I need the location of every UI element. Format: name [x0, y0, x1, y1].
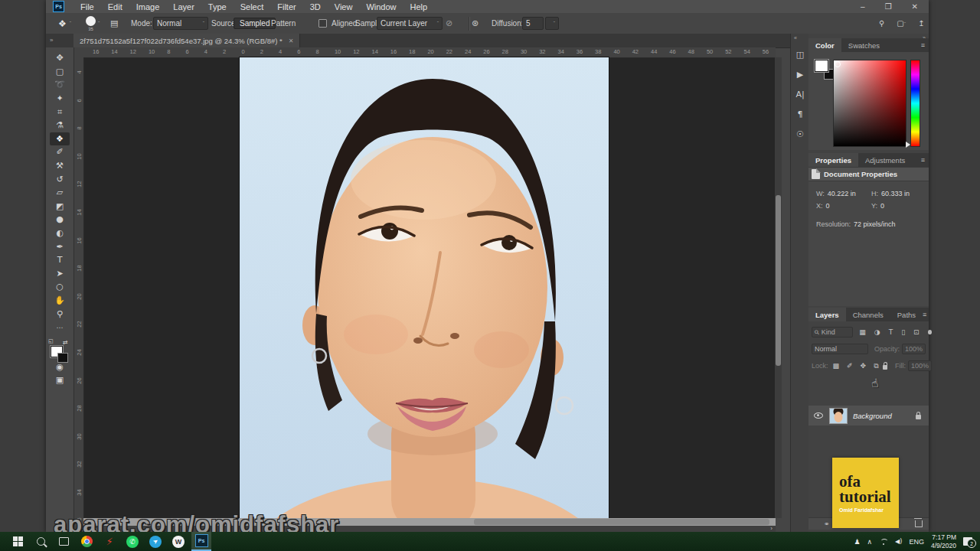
menu-item[interactable]: Layer	[166, 2, 201, 11]
screen-mode-icon[interactable]: ▣	[50, 373, 70, 387]
filter-type-layers-icon[interactable]: T	[889, 328, 893, 336]
lock-artboard-icon[interactable]: ⧉	[874, 362, 878, 370]
panel-menu-icon[interactable]: ≡	[921, 156, 925, 164]
default-colors-icon[interactable]: ◱	[48, 338, 54, 344]
move-tool[interactable]: ✥	[50, 51, 70, 65]
panel-menu-icon[interactable]: ≡	[923, 311, 926, 318]
character-panel-icon[interactable]: A|	[791, 84, 809, 104]
menu-item[interactable]: View	[328, 2, 360, 11]
blur-tool[interactable]: ●	[50, 213, 70, 227]
color-swatches-control[interactable]: ◱ ⇄	[51, 344, 69, 364]
swap-colors-icon[interactable]: ⇄	[63, 339, 68, 346]
language-indicator[interactable]: ENG	[909, 538, 924, 546]
layer-filter-kind-dropdown[interactable]: ⚲ Kind	[812, 327, 853, 337]
filter-toggle-icon[interactable]	[928, 330, 932, 334]
path-selection-tool[interactable]: ➤	[50, 267, 70, 281]
foreground-color-swatch[interactable]	[815, 60, 828, 72]
workspace-icon[interactable]: ▢ˇ	[897, 19, 906, 28]
menu-item[interactable]: Select	[234, 2, 271, 11]
clone-stamp-tool[interactable]: ⚒	[50, 159, 70, 173]
status-chevron-icon[interactable]: ›	[770, 525, 773, 532]
y-value[interactable]: 0	[880, 202, 884, 210]
wifi-icon[interactable]	[879, 539, 888, 545]
background-color-swatch[interactable]	[57, 353, 68, 363]
menu-item[interactable]: Image	[129, 2, 167, 11]
brush-picker-arrow[interactable]: ˇ	[98, 21, 100, 26]
search-icon[interactable]: ⚲	[879, 19, 884, 28]
panel-tab[interactable]: Channels	[846, 308, 890, 321]
gradient-tool[interactable]: ◩	[50, 200, 70, 214]
marquee-tool[interactable]: ▢	[50, 65, 70, 79]
panel-tab[interactable]: Color	[808, 38, 841, 52]
horizontal-scrollbar-thumb[interactable]	[474, 519, 769, 525]
lasso-tool[interactable]: ➰	[50, 78, 70, 92]
volume-icon[interactable]: ◀)	[895, 538, 902, 545]
menu-item[interactable]: Type	[201, 2, 234, 11]
whatsapp-icon[interactable]: ✆	[121, 532, 144, 551]
panel-tab[interactable]: Properties	[808, 153, 858, 167]
toggle-brush-panel-icon[interactable]: ▤	[110, 18, 118, 28]
taskbar-search-icon[interactable]	[29, 532, 52, 551]
lightning-app-icon[interactable]: ⚡	[98, 532, 121, 551]
restore-button[interactable]: ❐	[885, 2, 892, 11]
document-tab[interactable]: 2f751d75152a5f127f022d736fd54e37.jpg @ 2…	[74, 34, 300, 47]
pen-tool[interactable]: ✒	[50, 240, 70, 253]
panel-tab[interactable]: Adjustments	[858, 153, 912, 167]
filter-shape-layers-icon[interactable]: ▯	[901, 328, 905, 336]
photoshop-taskbar-icon[interactable]: Ps	[190, 532, 213, 551]
hue-slider[interactable]	[910, 60, 920, 147]
menu-item[interactable]: File	[74, 2, 101, 11]
history-brush-tool[interactable]: ↺	[50, 172, 70, 186]
dock-collapse-icon[interactable]: «	[794, 35, 797, 41]
start-button[interactable]	[6, 532, 29, 551]
lock-transparency-icon[interactable]: ▩	[833, 362, 840, 370]
panel-tab[interactable]: Paths	[890, 308, 923, 321]
lock-position-icon[interactable]: ✥	[861, 362, 867, 370]
actions-icon[interactable]: ▶	[791, 64, 809, 84]
menu-item[interactable]: 3D	[303, 2, 328, 11]
layer-visibility-eye-icon[interactable]	[814, 412, 823, 419]
w-app-icon[interactable]: W	[167, 532, 190, 551]
source-sampled-button[interactable]: Sampled	[234, 18, 276, 29]
menu-item[interactable]: Edit	[101, 2, 129, 11]
tray-expand-chevron[interactable]: ∧	[867, 538, 873, 546]
vertical-scrollbar[interactable]	[775, 57, 782, 518]
task-view-icon[interactable]	[52, 532, 75, 551]
height-value[interactable]: 60.333 in	[881, 190, 910, 197]
fill-value[interactable]: 100%	[908, 360, 932, 371]
edit-toolbar-ellipsis-icon[interactable]: ⋯	[50, 321, 70, 334]
zoom-tool[interactable]: ⚲	[50, 307, 70, 321]
libraries-icon[interactable]: ◫	[791, 44, 809, 64]
notification-icon[interactable]: 2	[963, 537, 972, 546]
tab-close-icon[interactable]: ✕	[289, 37, 294, 44]
width-value[interactable]: 40.222 in	[828, 190, 856, 197]
clock[interactable]: 7:17 PM 4/9/2020	[931, 533, 956, 549]
color-field[interactable]	[833, 60, 906, 147]
layer-thumbnail[interactable]	[829, 408, 848, 424]
filter-smart-objects-icon[interactable]: ⊡	[913, 328, 920, 336]
ignore-adjustment-layers-icon[interactable]: ⊘	[446, 18, 452, 28]
current-tool-icon[interactable]: ❖	[58, 18, 67, 29]
sample-dropdown[interactable]: Current Layer ˇ	[377, 17, 443, 30]
layer-name[interactable]: Background	[853, 412, 892, 420]
telegram-icon[interactable]: ➤	[144, 532, 167, 551]
filter-adjustment-layers-icon[interactable]: ◑	[874, 328, 880, 336]
canvas-image-portrait[interactable]	[240, 57, 609, 520]
dodge-tool[interactable]: ◐	[50, 227, 70, 240]
panel-menu-icon[interactable]: ≡	[921, 41, 925, 49]
layer-row-background[interactable]: Background	[808, 406, 929, 425]
hand-tool[interactable]: ✋	[50, 294, 70, 308]
type-tool[interactable]: T	[50, 253, 70, 267]
chrome-icon[interactable]	[75, 532, 98, 551]
spot-healing-brush-tool[interactable]: ❖	[50, 132, 70, 146]
aligned-checkbox[interactable]	[318, 19, 327, 28]
diffusion-arrow[interactable]: ˇ	[545, 17, 559, 30]
tools-collapse-chevron[interactable]: »	[50, 37, 53, 44]
tool-preset-arrow[interactable]: ˇ	[70, 21, 71, 26]
people-tray-icon[interactable]: ♟	[854, 538, 860, 546]
ellipse-tool[interactable]: ○	[50, 280, 70, 294]
menu-item[interactable]: Help	[403, 2, 435, 11]
lock-all-icon[interactable]	[883, 365, 887, 370]
panel-tab[interactable]: Swatches	[841, 38, 887, 52]
share-icon[interactable]: ↥	[918, 19, 924, 28]
